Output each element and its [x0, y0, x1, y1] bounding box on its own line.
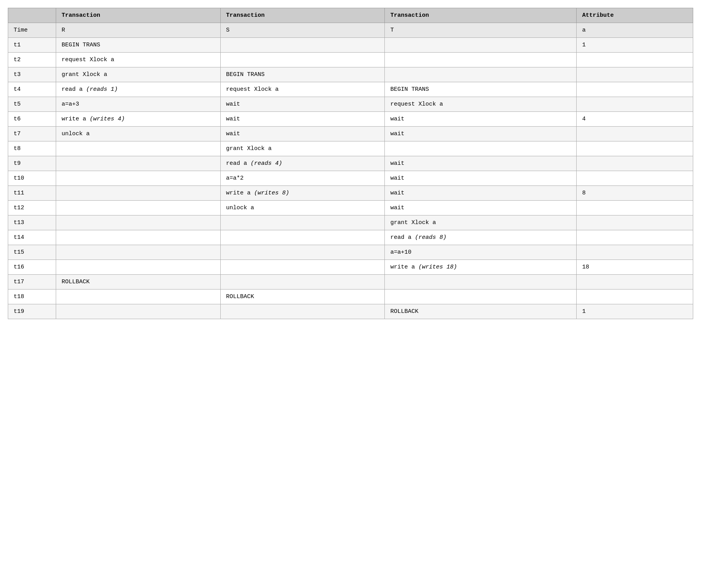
table-row: t1BEGIN TRANS1	[8, 38, 693, 53]
cell-attribute	[577, 290, 693, 304]
cell-s: wait	[220, 112, 385, 127]
cell-attribute: 8	[577, 186, 693, 201]
cell-t: wait	[385, 127, 577, 141]
cell-t: ROLLBACK	[385, 304, 577, 319]
table-row: t10a=a*2wait	[8, 171, 693, 186]
table-row: t15a=a+10	[8, 245, 693, 260]
table-row: t8grant Xlock a	[8, 141, 693, 156]
table-row: t19ROLLBACK1	[8, 304, 693, 319]
cell-t: wait	[385, 112, 577, 127]
cell-r	[56, 290, 220, 304]
table-row: t17ROLLBACK	[8, 275, 693, 290]
cell-r	[56, 260, 220, 275]
cell-attribute	[577, 201, 693, 215]
cell-time: t7	[8, 127, 56, 141]
cell-s	[220, 38, 385, 53]
header-time	[8, 8, 56, 23]
cell-time: t16	[8, 260, 56, 275]
cell-s: request Xlock a	[220, 82, 385, 97]
cell-r: a=a+3	[56, 97, 220, 112]
cell-r	[56, 304, 220, 319]
cell-attribute	[577, 141, 693, 156]
cell-attribute: 4	[577, 112, 693, 127]
cell-time: t18	[8, 290, 56, 304]
subheader-row: Time R S T a	[8, 23, 693, 38]
cell-s: ROLLBACK	[220, 290, 385, 304]
cell-r: BEGIN TRANS	[56, 38, 220, 53]
cell-time: t13	[8, 215, 56, 230]
cell-time: t5	[8, 97, 56, 112]
cell-attribute	[577, 245, 693, 260]
cell-time: t11	[8, 186, 56, 201]
table-row: t11write a (writes 8)wait8	[8, 186, 693, 201]
cell-r: unlock a	[56, 127, 220, 141]
cell-time: t14	[8, 230, 56, 245]
cell-s	[220, 275, 385, 290]
header-transaction-t: Transaction	[385, 8, 577, 23]
cell-attribute	[577, 53, 693, 67]
header-transaction-r: Transaction	[56, 8, 220, 23]
cell-time: t4	[8, 82, 56, 97]
transaction-table: Transaction Transaction Transaction Attr…	[8, 8, 693, 319]
table-row: t2request Xlock a	[8, 53, 693, 67]
table-row: t16write a (writes 18)18	[8, 260, 693, 275]
cell-time: t1	[8, 38, 56, 53]
cell-r: request Xlock a	[56, 53, 220, 67]
table-row: t9read a (reads 4)wait	[8, 156, 693, 171]
cell-s	[220, 53, 385, 67]
cell-r	[56, 186, 220, 201]
table-row: t4read a (reads 1)request Xlock aBEGIN T…	[8, 82, 693, 97]
cell-r	[56, 201, 220, 215]
cell-t	[385, 275, 577, 290]
cell-s: read a (reads 4)	[220, 156, 385, 171]
subheader-s: S	[220, 23, 385, 38]
cell-r	[56, 245, 220, 260]
cell-attribute	[577, 230, 693, 245]
cell-attribute	[577, 171, 693, 186]
cell-s: write a (writes 8)	[220, 186, 385, 201]
table-row: t12unlock await	[8, 201, 693, 215]
cell-r	[56, 230, 220, 245]
cell-attribute	[577, 275, 693, 290]
cell-s: unlock a	[220, 201, 385, 215]
cell-t: wait	[385, 186, 577, 201]
cell-t	[385, 38, 577, 53]
cell-t: wait	[385, 171, 577, 186]
cell-t: wait	[385, 156, 577, 171]
cell-time: t17	[8, 275, 56, 290]
cell-s	[220, 260, 385, 275]
cell-time: t2	[8, 53, 56, 67]
cell-time: t19	[8, 304, 56, 319]
cell-t: wait	[385, 201, 577, 215]
cell-s: BEGIN TRANS	[220, 67, 385, 82]
cell-time: t10	[8, 171, 56, 186]
cell-attribute: 18	[577, 260, 693, 275]
cell-r	[56, 215, 220, 230]
cell-time: t12	[8, 201, 56, 215]
cell-attribute	[577, 156, 693, 171]
table-row: t13grant Xlock a	[8, 215, 693, 230]
cell-t: write a (writes 18)	[385, 260, 577, 275]
table-body: t1BEGIN TRANS1t2request Xlock at3grant X…	[8, 38, 693, 319]
cell-t	[385, 67, 577, 82]
cell-t	[385, 290, 577, 304]
cell-s: wait	[220, 127, 385, 141]
cell-s	[220, 230, 385, 245]
subheader-time: Time	[8, 23, 56, 38]
page-container: Transaction Transaction Transaction Attr…	[0, 0, 701, 327]
subheader-r: R	[56, 23, 220, 38]
cell-time: t9	[8, 156, 56, 171]
cell-time: t15	[8, 245, 56, 260]
cell-r: read a (reads 1)	[56, 82, 220, 97]
table-row: t6write a (writes 4)waitwait4	[8, 112, 693, 127]
cell-s: wait	[220, 97, 385, 112]
cell-attribute	[577, 67, 693, 82]
cell-r: grant Xlock a	[56, 67, 220, 82]
header-row: Transaction Transaction Transaction Attr…	[8, 8, 693, 23]
cell-t	[385, 141, 577, 156]
cell-r	[56, 141, 220, 156]
cell-s: a=a*2	[220, 171, 385, 186]
cell-attribute: 1	[577, 304, 693, 319]
cell-r: write a (writes 4)	[56, 112, 220, 127]
cell-attribute	[577, 97, 693, 112]
